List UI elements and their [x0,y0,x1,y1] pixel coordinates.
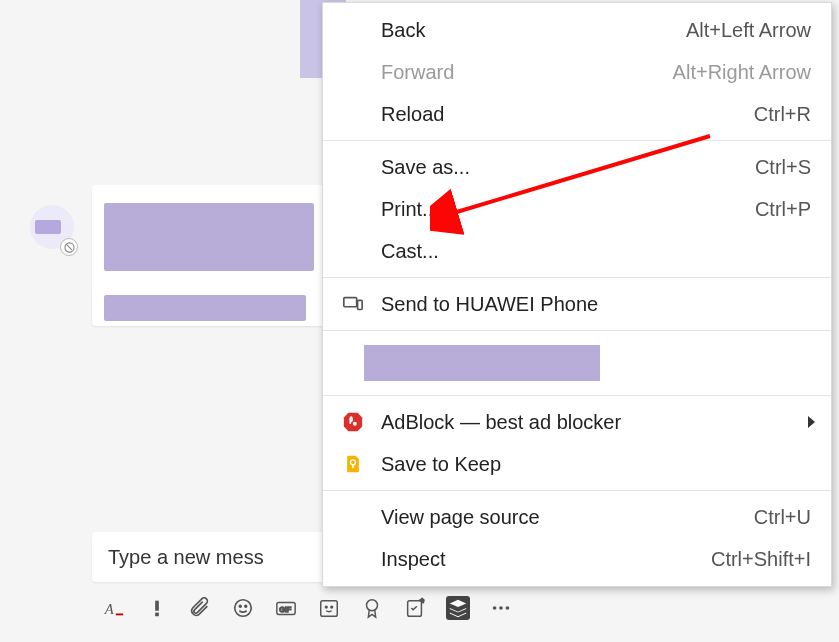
award-icon[interactable] [360,596,384,620]
keep-icon [341,452,365,476]
menu-shortcut: Ctrl+R [754,103,811,126]
svg-rect-10 [321,601,338,617]
context-menu-print[interactable]: Print... Ctrl+P [323,188,831,230]
context-menu-send-to-phone[interactable]: Send to HUAWEI Phone [323,283,831,325]
menu-shortcut: Ctrl+P [755,198,811,221]
svg-text:+: + [420,597,424,605]
menu-shortcut: Ctrl+Shift+I [711,548,811,571]
context-menu-adblock[interactable]: AdBlock — best ad blocker [323,401,831,443]
gif-icon[interactable]: GIF [274,596,298,620]
svg-point-5 [235,600,252,617]
menu-label: Save to Keep [381,453,501,476]
menu-label: Print... [381,198,439,221]
menu-separator [323,140,831,141]
menu-label: Save as... [381,156,470,179]
task-icon[interactable]: + [403,596,427,620]
context-menu-redacted[interactable] [323,336,831,390]
menu-separator [323,277,831,278]
menu-label: Inspect [381,548,445,571]
svg-marker-21 [344,413,362,431]
svg-point-6 [239,605,241,607]
svg-text:A: A [104,601,114,617]
svg-line-1 [66,244,71,249]
compose-box[interactable]: Type a new mess [92,532,352,582]
menu-separator [323,395,831,396]
menu-label: AdBlock — best ad blocker [381,411,621,434]
menu-label: Send to HUAWEI Phone [381,293,598,316]
menu-shortcut: Ctrl+S [755,156,811,179]
menu-label: Cast... [381,240,439,263]
menu-separator [323,330,831,331]
compose-placeholder: Type a new mess [108,546,264,568]
compose-toolbar: A GIF + [102,596,513,620]
format-icon[interactable]: A [102,596,126,620]
context-menu-save-as[interactable]: Save as... Ctrl+S [323,146,831,188]
context-menu-back[interactable]: Back Alt+Left Arrow [323,9,831,51]
context-menu-view-source[interactable]: View page source Ctrl+U [323,496,831,538]
devices-icon [341,292,365,316]
svg-rect-24 [352,465,354,468]
attach-icon[interactable] [188,596,212,620]
context-menu-reload[interactable]: Reload Ctrl+R [323,93,831,135]
svg-rect-4 [155,613,159,617]
svg-rect-19 [344,298,357,307]
context-menu-inspect[interactable]: Inspect Ctrl+Shift+I [323,538,831,580]
svg-point-13 [367,600,378,611]
context-menu-save-to-keep[interactable]: Save to Keep [323,443,831,485]
context-menu-forward: Forward Alt+Right Arrow [323,51,831,93]
menu-shortcut: Ctrl+U [754,506,811,529]
emoji-icon[interactable] [231,596,255,620]
menu-separator [323,490,831,491]
menu-shortcut: Alt+Right Arrow [673,61,811,84]
stack-icon[interactable] [446,596,470,620]
menu-label: Reload [381,103,444,126]
redacted-text [104,203,314,271]
svg-point-18 [506,606,510,610]
redacted-text [364,345,600,381]
svg-point-22 [353,422,357,426]
svg-point-11 [325,606,327,608]
priority-icon[interactable] [145,596,169,620]
svg-point-16 [493,606,497,610]
svg-text:GIF: GIF [279,605,292,614]
menu-label: Forward [381,61,454,84]
svg-point-17 [499,606,503,610]
adblock-icon [341,410,365,434]
svg-rect-20 [358,300,363,309]
menu-label: Back [381,19,425,42]
message-card[interactable] [92,290,352,326]
presence-badge [60,238,78,256]
more-icon[interactable] [489,596,513,620]
avatar-redaction [35,220,61,234]
context-menu-cast[interactable]: Cast... [323,230,831,272]
menu-shortcut: Alt+Left Arrow [686,19,811,42]
svg-point-7 [245,605,247,607]
sticker-icon[interactable] [317,596,341,620]
context-menu: Back Alt+Left Arrow Forward Alt+Right Ar… [322,2,832,587]
svg-rect-3 [155,601,159,611]
redacted-text [104,295,306,321]
menu-label: View page source [381,506,540,529]
svg-point-12 [331,606,333,608]
